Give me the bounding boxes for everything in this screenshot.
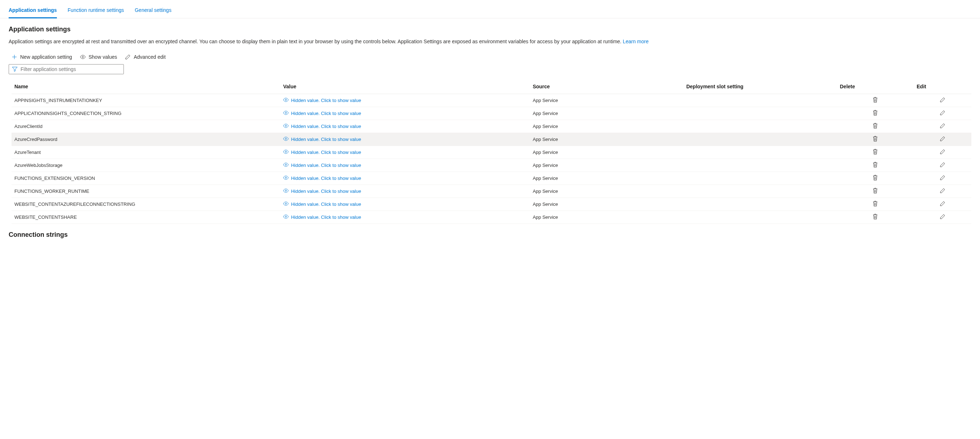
edit-cell	[914, 185, 971, 198]
deployment-slot-cell	[683, 120, 837, 132]
pencil-icon	[940, 175, 945, 182]
svg-point-12	[285, 216, 286, 217]
delete-cell	[837, 132, 914, 145]
setting-name[interactable]: APPLICATIONINSIGHTS_CONNECTION_STRING	[11, 107, 280, 120]
show-value-button[interactable]: Hidden value. Click to show value	[283, 150, 361, 155]
new-application-setting-button[interactable]: New application setting	[11, 54, 72, 60]
hidden-value-text: Hidden value. Click to show value	[291, 98, 361, 103]
delete-cell	[837, 172, 914, 185]
eye-icon	[283, 124, 289, 129]
pencil-icon	[125, 54, 131, 60]
edit-button[interactable]	[940, 123, 945, 130]
hidden-value-text: Hidden value. Click to show value	[291, 188, 361, 194]
show-value-button[interactable]: Hidden value. Click to show value	[283, 111, 361, 116]
svg-point-11	[285, 203, 286, 204]
table-row[interactable]: AzureWebJobsStorageHidden value. Click t…	[11, 159, 971, 172]
show-value-button[interactable]: Hidden value. Click to show value	[283, 201, 361, 207]
edit-button[interactable]	[940, 136, 945, 143]
delete-button[interactable]	[873, 162, 878, 169]
learn-more-link[interactable]: Learn more	[623, 38, 649, 44]
table-row[interactable]: FUNCTIONS_EXTENSION_VERSIONHidden value.…	[11, 172, 971, 185]
svg-point-3	[285, 99, 286, 101]
delete-button[interactable]	[873, 110, 878, 117]
setting-name[interactable]: FUNCTIONS_EXTENSION_VERSION	[11, 172, 280, 185]
show-value-button[interactable]: Hidden value. Click to show value	[283, 188, 361, 194]
trash-icon	[873, 214, 878, 220]
table-row[interactable]: AzureClientIdHidden value. Click to show…	[11, 120, 971, 132]
setting-name[interactable]: AzureWebJobsStorage	[11, 159, 280, 172]
section-title: Application settings	[9, 26, 971, 33]
edit-button[interactable]	[940, 97, 945, 104]
delete-button[interactable]	[873, 123, 878, 130]
edit-button[interactable]	[940, 214, 945, 220]
edit-button[interactable]	[940, 149, 945, 156]
deployment-slot-cell	[683, 94, 837, 107]
table-row[interactable]: AzureCredPasswordHidden value. Click to …	[11, 132, 971, 145]
setting-name[interactable]: AzureTenant	[11, 145, 280, 159]
edit-button[interactable]	[940, 110, 945, 117]
delete-button[interactable]	[873, 149, 878, 156]
advanced-edit-button[interactable]: Advanced edit	[125, 54, 165, 60]
table-row[interactable]: APPLICATIONINSIGHTS_CONNECTION_STRINGHid…	[11, 107, 971, 120]
table-row[interactable]: WEBSITE_CONTENTSHAREHidden value. Click …	[11, 211, 971, 223]
eye-icon	[283, 201, 289, 207]
setting-name[interactable]: APPINSIGHTS_INSTRUMENTATIONKEY	[11, 94, 280, 107]
delete-button[interactable]	[873, 136, 878, 143]
delete-cell	[837, 159, 914, 172]
table-row[interactable]: FUNCTIONS_WORKER_RUNTIMEHidden value. Cl…	[11, 185, 971, 198]
trash-icon	[873, 110, 878, 117]
delete-button[interactable]	[873, 201, 878, 208]
trash-icon	[873, 201, 878, 208]
setting-value-cell: Hidden value. Click to show value	[280, 107, 530, 120]
col-source-header[interactable]: Source	[530, 79, 684, 94]
delete-button[interactable]	[873, 97, 878, 104]
setting-value-cell: Hidden value. Click to show value	[280, 185, 530, 198]
setting-value-cell: Hidden value. Click to show value	[280, 211, 530, 223]
setting-name[interactable]: AzureCredPassword	[11, 132, 280, 145]
show-value-button[interactable]: Hidden value. Click to show value	[283, 214, 361, 220]
tab-general-settings[interactable]: General settings	[135, 7, 171, 18]
edit-button[interactable]	[940, 201, 945, 208]
table-row[interactable]: AzureTenantHidden value. Click to show v…	[11, 145, 971, 159]
svg-point-7	[285, 151, 286, 152]
setting-name[interactable]: AzureClientId	[11, 120, 280, 132]
show-value-button[interactable]: Hidden value. Click to show value	[283, 98, 361, 103]
setting-name[interactable]: WEBSITE_CONTENTAZUREFILECONNECTIONSTRING	[11, 198, 280, 211]
table-row[interactable]: WEBSITE_CONTENTAZUREFILECONNECTIONSTRING…	[11, 198, 971, 211]
table-row[interactable]: APPINSIGHTS_INSTRUMENTATIONKEYHidden val…	[11, 94, 971, 107]
tab-application-settings[interactable]: Application settings	[9, 7, 57, 18]
filter-input[interactable]	[21, 66, 121, 72]
show-value-button[interactable]: Hidden value. Click to show value	[283, 124, 361, 129]
edit-cell	[914, 172, 971, 185]
setting-name[interactable]: FUNCTIONS_WORKER_RUNTIME	[11, 185, 280, 198]
delete-button[interactable]	[873, 175, 878, 182]
edit-button[interactable]	[940, 175, 945, 182]
show-value-button[interactable]: Hidden value. Click to show value	[283, 137, 361, 142]
show-values-button[interactable]: Show values	[80, 54, 117, 60]
delete-button[interactable]	[873, 214, 878, 220]
col-deployment-header[interactable]: Deployment slot setting	[683, 79, 837, 94]
delete-button[interactable]	[873, 188, 878, 195]
advanced-edit-label: Advanced edit	[134, 54, 165, 60]
show-value-button[interactable]: Hidden value. Click to show value	[283, 163, 361, 168]
setting-value-cell: Hidden value. Click to show value	[280, 172, 530, 185]
filter-input-container[interactable]	[9, 64, 124, 74]
edit-button[interactable]	[940, 188, 945, 195]
section-description: Application settings are encrypted at re…	[9, 38, 971, 45]
tab-function-runtime-settings[interactable]: Function runtime settings	[68, 7, 124, 18]
setting-value-cell: Hidden value. Click to show value	[280, 145, 530, 159]
hidden-value-text: Hidden value. Click to show value	[291, 176, 361, 181]
svg-point-6	[285, 138, 286, 139]
table-header-row: Name Value Source Deployment slot settin…	[11, 79, 971, 94]
delete-cell	[837, 145, 914, 159]
col-name-header[interactable]: Name	[11, 79, 280, 94]
edit-button[interactable]	[940, 162, 945, 169]
trash-icon	[873, 97, 878, 104]
col-value-header[interactable]: Value	[280, 79, 530, 94]
deployment-slot-cell	[683, 211, 837, 223]
deployment-slot-cell	[683, 172, 837, 185]
setting-source: App Service	[530, 120, 684, 132]
setting-name[interactable]: WEBSITE_CONTENTSHARE	[11, 211, 280, 223]
edit-cell	[914, 132, 971, 145]
show-value-button[interactable]: Hidden value. Click to show value	[283, 176, 361, 181]
